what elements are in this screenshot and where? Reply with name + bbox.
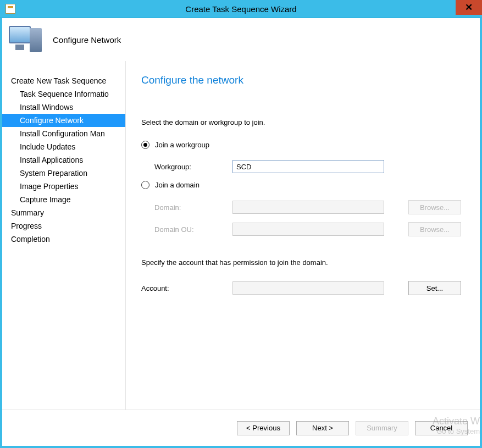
window-body: Configure Network Create New Task Sequen… — [0, 18, 482, 448]
sidebar-item-10[interactable]: Summary — [2, 206, 125, 219]
sidebar-item-12[interactable]: Completion — [2, 233, 125, 246]
main-pane: Configure the network Select the domain … — [126, 61, 480, 410]
sidebar-item-2[interactable]: Install Windows — [2, 101, 125, 114]
join-instruction: Select the domain or workgroup to join. — [141, 118, 464, 126]
close-icon: ✕ — [465, 2, 473, 13]
sidebar-item-11[interactable]: Progress — [2, 219, 125, 233]
cancel-button[interactable]: Cancel — [415, 421, 468, 435]
join-domain-option[interactable]: Join a domain — [141, 181, 464, 189]
radio-domain[interactable] — [141, 181, 149, 189]
wizard-steps-sidebar: Create New Task SequenceTask Sequence In… — [2, 61, 126, 410]
page-title: Configure Network — [53, 35, 121, 45]
account-input — [232, 281, 384, 295]
wizard-header: Configure Network — [2, 18, 480, 61]
domain-ou-input — [232, 223, 384, 236]
sidebar-item-4[interactable]: Install Configuration Man — [2, 127, 125, 140]
next-button[interactable]: Next > — [296, 421, 349, 435]
sidebar-item-5[interactable]: Include Updates — [2, 140, 125, 153]
sidebar-item-3[interactable]: Configure Network — [2, 114, 125, 127]
join-workgroup-label: Join a workgroup — [155, 141, 209, 149]
set-account-button[interactable]: Set... — [408, 281, 461, 295]
sidebar-item-8[interactable]: Image Properties — [2, 180, 125, 193]
workgroup-input[interactable] — [232, 160, 384, 173]
main-heading: Configure the network — [141, 74, 464, 86]
browse-domain-button: Browse... — [408, 200, 461, 214]
domain-field-row: Domain: Browse... — [141, 200, 464, 214]
computer-icon — [9, 25, 42, 54]
content-area: Create New Task SequenceTask Sequence In… — [2, 61, 480, 410]
sidebar-item-9[interactable]: Capture Image — [2, 193, 125, 206]
wizard-footer: < Previous Next > Summary Cancel — [2, 410, 480, 446]
account-label: Account: — [141, 284, 232, 292]
account-instruction: Specify the account that has permission … — [141, 258, 464, 267]
close-button[interactable]: ✕ — [456, 0, 482, 15]
summary-button: Summary — [356, 421, 408, 435]
browse-domain-ou-button: Browse... — [408, 222, 461, 236]
domain-ou-field-row: Domain OU: Browse... — [141, 222, 464, 236]
domain-label: Domain: — [154, 203, 232, 212]
domain-ou-label: Domain OU: — [154, 225, 232, 234]
sidebar-item-0[interactable]: Create New Task Sequence — [2, 74, 125, 87]
workgroup-label: Workgroup: — [154, 163, 232, 171]
workgroup-field-row: Workgroup: — [141, 160, 464, 173]
join-domain-label: Join a domain — [155, 181, 200, 189]
titlebar: Create Task Sequence Wizard ✕ — [0, 0, 482, 18]
domain-input — [232, 201, 384, 214]
previous-button[interactable]: < Previous — [237, 421, 290, 435]
sidebar-item-7[interactable]: System Preparation — [2, 167, 125, 180]
join-workgroup-option[interactable]: Join a workgroup — [141, 141, 464, 149]
window-title: Create Task Sequence Wizard — [0, 4, 482, 14]
account-field-row: Account: Set... — [141, 281, 464, 295]
sidebar-item-1[interactable]: Task Sequence Informatio — [2, 87, 125, 101]
sidebar-item-6[interactable]: Install Applications — [2, 153, 125, 167]
radio-workgroup[interactable] — [141, 141, 149, 149]
